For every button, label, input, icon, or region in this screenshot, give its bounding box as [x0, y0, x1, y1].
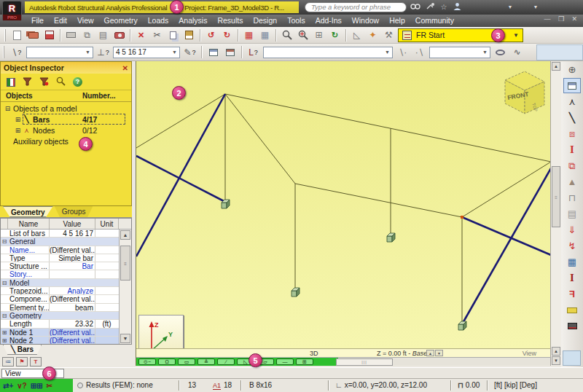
- calculator-icon[interactable]: ▦: [242, 28, 256, 42]
- menu-community[interactable]: Community: [410, 15, 459, 27]
- bar-selection-combo[interactable]: 4 5 16 17▼: [113, 47, 180, 58]
- menu-file[interactable]: File: [26, 15, 49, 27]
- polyline-icon[interactable]: ∿: [510, 46, 524, 59]
- menu-window[interactable]: Window: [347, 15, 384, 27]
- view-save-icon[interactable]: [223, 46, 237, 59]
- vscroll-up-icon[interactable]: ▲: [552, 62, 560, 71]
- search-binoculars-icon[interactable]: [410, 2, 421, 12]
- propgrid-row-compone[interactable]: Compone...(Different val...: [1, 295, 119, 303]
- propgrid-row-structure[interactable]: Structure ...Bar: [1, 262, 119, 270]
- print-preview-icon[interactable]: ⧉: [80, 28, 94, 42]
- undo-icon[interactable]: ↺: [204, 28, 218, 42]
- menu-help[interactable]: Help: [384, 15, 410, 27]
- calculation-table-icon[interactable]: ▦: [258, 28, 272, 42]
- search-input[interactable]: Type a keyword or phrase: [305, 2, 407, 12]
- user-menu-caret-icon[interactable]: ▼: [504, 2, 516, 12]
- scroll-thumb[interactable]: ≡: [120, 246, 130, 281]
- load-combinations-icon[interactable]: ↯: [563, 238, 581, 254]
- property-value[interactable]: (Different val...: [50, 329, 95, 336]
- menu-results[interactable]: Results: [212, 15, 248, 27]
- property-value[interactable]: (Different val...: [50, 246, 95, 254]
- offsets-icon[interactable]: ⧈: [563, 126, 581, 141]
- new-project-icon[interactable]: [10, 28, 24, 42]
- units-display[interactable]: [ft] [kip] [Deg]: [494, 381, 537, 389]
- propgrid-row-element-ty[interactable]: Element ty...beam: [1, 304, 119, 312]
- object-inspector-titlebar[interactable]: Object Inspector ✕: [1, 62, 131, 74]
- tables-icon[interactable]: ▦: [563, 254, 581, 270]
- toolbar-grip[interactable]: [4, 29, 6, 42]
- menu-design[interactable]: Design: [248, 15, 282, 27]
- level-down-icon[interactable]: ▼: [435, 350, 443, 356]
- value-column-header[interactable]: Value: [50, 219, 95, 229]
- property-value[interactable]: Analyze: [50, 287, 95, 294]
- propgrid-section-model[interactable]: ⊟Model: [1, 279, 119, 287]
- menu-analysis[interactable]: Analysis: [173, 15, 212, 27]
- nodes-icon[interactable]: ⋏: [563, 94, 581, 109]
- level-label[interactable]: Z = 0.00 ft - Base: [377, 350, 427, 357]
- propgrid-section-general[interactable]: ⊟General: [1, 238, 119, 246]
- bar-start-icon[interactable]: ∖·: [396, 46, 410, 59]
- steel-sections-icon[interactable]: I: [563, 270, 581, 286]
- load-case-combo[interactable]: ▼: [263, 47, 393, 58]
- close-icon[interactable]: ✕: [122, 64, 128, 72]
- hscroll-thumb[interactable]: |||: [336, 358, 393, 366]
- open-view-icon[interactable]: ▭: [178, 358, 195, 365]
- vscroll-down2-icon[interactable]: ▼: [552, 356, 560, 365]
- property-value[interactable]: beam: [50, 304, 95, 311]
- propgrid-row-length[interactable]: Length23.32(ft): [1, 320, 119, 328]
- property-value[interactable]: [50, 270, 95, 278]
- ellipse-icon[interactable]: [493, 46, 507, 59]
- measure-icon[interactable]: ◺: [350, 28, 364, 42]
- bar-end-icon[interactable]: ·∖: [412, 46, 426, 59]
- bars-icon[interactable]: ╲: [563, 110, 581, 125]
- display-options-icon[interactable]: [7, 78, 15, 87]
- propgrid-row-list-of-bars[interactable]: List of bars4 5 16 17: [1, 230, 119, 238]
- sketch-icon[interactable]: ∕: [217, 358, 235, 365]
- search-icon[interactable]: [56, 76, 66, 89]
- tree-item-nodes[interactable]: ⊞⋏Nodes0/12: [1, 125, 131, 136]
- collapse-icon[interactable]: ⊟: [1, 312, 8, 319]
- camera-icon[interactable]: [112, 28, 126, 42]
- menu-tools[interactable]: Tools: [282, 15, 310, 27]
- supports-toggle-icon[interactable]: ≙: [197, 358, 215, 365]
- delete-icon[interactable]: ✕: [134, 28, 148, 42]
- scroll-up-icon[interactable]: ▲: [120, 230, 130, 240]
- walls-icon[interactable]: ▤: [563, 206, 581, 222]
- expander-icon[interactable]: ⊞: [14, 116, 22, 123]
- expand-icon[interactable]: ⊞: [1, 329, 8, 336]
- mdi-window-controls[interactable]: — ❒ ✕: [544, 15, 580, 23]
- open-project-icon[interactable]: [26, 28, 40, 42]
- zoom-icon[interactable]: [280, 28, 294, 42]
- favorites-star-icon[interactable]: ☆: [438, 2, 450, 12]
- cut-icon[interactable]: ✂: [150, 28, 164, 42]
- propgrid-row-story[interactable]: Story...: [1, 270, 119, 278]
- level-up-icon[interactable]: ▲: [426, 350, 434, 356]
- property-value[interactable]: Bar: [50, 262, 95, 270]
- objects-column-header[interactable]: Objects: [6, 92, 33, 100]
- propgrid-row-trapezoid[interactable]: Trapezoid...Analyze: [1, 287, 119, 295]
- save-icon[interactable]: [42, 28, 56, 42]
- property-value[interactable]: Simple bar: [50, 254, 95, 262]
- communication-center-icon[interactable]: [424, 2, 436, 12]
- panels-icon[interactable]: ⧉: [563, 158, 581, 173]
- expander-icon[interactable]: ⊞: [14, 127, 22, 134]
- supports-icon[interactable]: ▲: [563, 174, 581, 189]
- axis-definition-icon[interactable]: ⊕: [563, 62, 581, 77]
- property-value[interactable]: (Different val...: [50, 295, 95, 302]
- propgrid-row-node-1[interactable]: ⊞Node 1(Different val...: [1, 329, 119, 337]
- filter-advanced-icon[interactable]: [39, 76, 49, 89]
- propgrid-row-type[interactable]: TypeSimple bar: [1, 254, 119, 262]
- tab-geometry[interactable]: Geometry: [3, 206, 53, 217]
- timber-member-icon[interactable]: [563, 302, 581, 318]
- collapse-icon[interactable]: ⊟: [1, 238, 8, 245]
- print-icon[interactable]: [64, 28, 78, 42]
- select-query-icon[interactable]: ∖?: [9, 46, 23, 59]
- view-window-icon[interactable]: [206, 46, 220, 59]
- paste-icon[interactable]: [182, 28, 196, 42]
- filter-table-icon[interactable]: T: [30, 357, 42, 366]
- property-grid-scrollbar[interactable]: ▲ ≡ ▼: [119, 230, 131, 344]
- tree-view-icon[interactable]: ≔: [2, 357, 14, 366]
- expand-icon[interactable]: ⊞: [1, 337, 8, 344]
- loads-icon[interactable]: ⇓: [563, 222, 581, 238]
- hide-icon[interactable]: —: [276, 358, 294, 365]
